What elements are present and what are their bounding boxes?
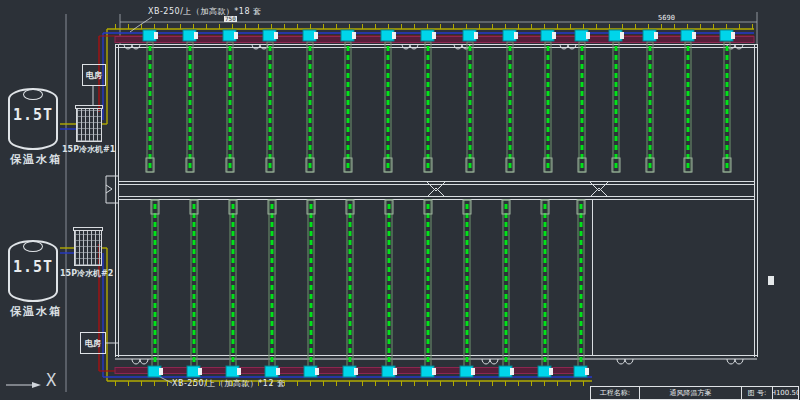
dimension-bay: 750 (224, 16, 237, 22)
tank-name-label: 保温水箱 (10, 154, 62, 165)
tank-lid-icon (23, 241, 43, 252)
tank-name-label: 保温水箱 (10, 306, 62, 317)
title-block: 工程名称: 通风降温方案 图 号: H100.50 (590, 386, 799, 400)
bottom-hall-duct-units (148, 200, 589, 377)
title-block-sheet-number: H100.50 (772, 387, 798, 399)
x-axis-arrow (6, 382, 41, 388)
title-block-project-name: 通风降温方案 (639, 387, 741, 399)
title-block-sheet-label: 图 号: (741, 387, 772, 399)
title-block-project-label: 工程名称: (591, 387, 639, 399)
x-axis-label: X (46, 372, 56, 389)
top-duct-callout: XB-250/上（加高款）*18 套 (148, 8, 262, 16)
power-room-top: 电房 (82, 64, 106, 86)
insulated-tank-1: 1.5T (8, 88, 58, 150)
insulated-tank-2: 1.5T (8, 240, 58, 302)
drawing-linework (0, 0, 800, 400)
top-hall-duct-units (143, 30, 735, 172)
chiller-label-1: 15P冷水机#1 (62, 146, 115, 154)
wall-tag (768, 276, 774, 285)
bottom-duct-callout: XB-250/上（加高款）*12 套 (172, 380, 286, 388)
dimension-overall: 5690 (658, 15, 675, 22)
tank-capacity: 1.5T (10, 258, 56, 276)
chiller-label-2: 15P冷水机#2 (60, 270, 113, 278)
tank-capacity: 1.5T (10, 106, 56, 124)
chiller-unit-2 (74, 230, 102, 266)
chiller-unit-1 (76, 108, 102, 142)
tank-lid-icon (23, 89, 43, 100)
power-room-bottom: 电房 (80, 332, 106, 354)
cad-drawing-canvas: 1.5T 保温水箱 15P冷水机#1 电房 1.5T 保温水箱 15P冷水机#2… (0, 0, 800, 400)
